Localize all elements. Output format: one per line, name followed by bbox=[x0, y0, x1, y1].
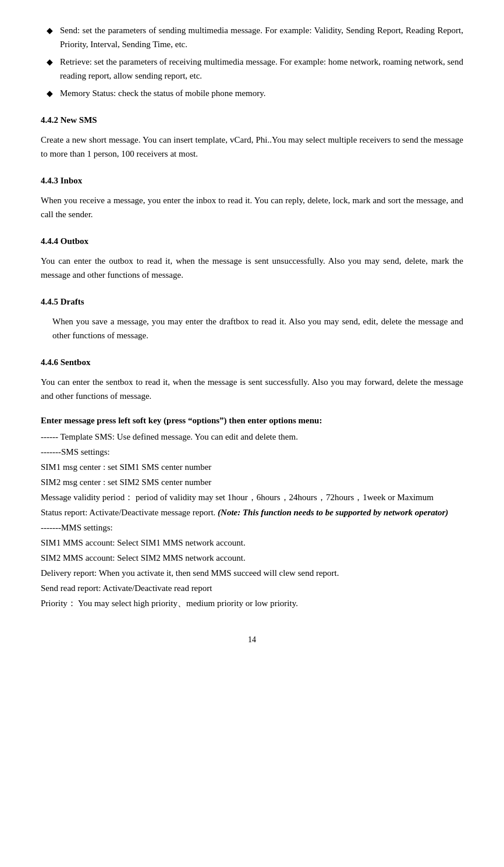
section-444-body: You can enter the outbox to read it, whe… bbox=[41, 254, 463, 282]
section-446-body: You can enter the sentbox to read it, wh… bbox=[41, 375, 463, 403]
options-line-5: Status report: Activate/Deactivate messa… bbox=[41, 505, 463, 519]
list-item: ◆ Memory Status: check the status of mob… bbox=[41, 86, 463, 100]
status-note-bold: (Note: This function needs to be support… bbox=[218, 508, 448, 517]
bullet-memory-text: Memory Status: check the status of mobil… bbox=[60, 86, 463, 100]
section-446: 4.4.6 Sentbox You can enter the sentbox … bbox=[41, 355, 463, 403]
section-442-body: Create a new short message. You can inse… bbox=[41, 133, 463, 161]
section-443-heading: 4.4.3 Inbox bbox=[41, 174, 463, 187]
bullet-retrieve-text: Retrieve: set the parameters of receivin… bbox=[60, 55, 463, 83]
options-line-3: SIM2 msg center : set SIM2 SMS center nu… bbox=[41, 475, 463, 489]
bullet-list: ◆ Send: set the parameters of sending mu… bbox=[41, 23, 463, 100]
list-item: ◆ Send: set the parameters of sending mu… bbox=[41, 23, 463, 51]
page-number: 14 bbox=[41, 634, 463, 646]
section-444-heading: 4.4.4 Outbox bbox=[41, 234, 463, 248]
section-443: 4.4.3 Inbox When you receive a message, … bbox=[41, 174, 463, 221]
diamond-icon: ◆ bbox=[47, 56, 53, 69]
section-445-body: When you save a message, you may enter t… bbox=[41, 314, 463, 342]
options-heading: Enter message press left soft key (press… bbox=[41, 413, 463, 427]
section-442-heading: 4.4.2 New SMS bbox=[41, 113, 463, 127]
options-line-10: Send read report: Activate/Deactivate re… bbox=[41, 581, 463, 595]
options-section: Enter message press left soft key (press… bbox=[41, 413, 463, 610]
options-line-0: ------ Template SMS: Use defined message… bbox=[41, 430, 463, 444]
bullet-send-text: Send: set the parameters of sending mult… bbox=[60, 23, 463, 51]
options-line-9: Delivery report: When you activate it, t… bbox=[41, 566, 463, 580]
list-item: ◆ Retrieve: set the parameters of receiv… bbox=[41, 55, 463, 83]
section-445-heading: 4.4.5 Drafts bbox=[41, 295, 463, 309]
section-444: 4.4.4 Outbox You can enter the outbox to… bbox=[41, 234, 463, 282]
options-line-6: -------MMS settings: bbox=[41, 521, 463, 535]
section-446-heading: 4.4.6 Sentbox bbox=[41, 355, 463, 369]
options-line-1: -------SMS settings: bbox=[41, 445, 463, 459]
status-report-text: Status report: Activate/Deactivate messa… bbox=[41, 508, 215, 517]
options-line-7: SIM1 MMS account: Select SIM1 MMS networ… bbox=[41, 536, 463, 550]
options-line-2: SIM1 msg center : set SIM1 SMS center nu… bbox=[41, 460, 463, 474]
diamond-icon: ◆ bbox=[47, 87, 53, 100]
diamond-icon: ◆ bbox=[47, 24, 53, 37]
section-445: 4.4.5 Drafts When you save a message, yo… bbox=[41, 295, 463, 342]
options-line-11: Priority： You may select high priority、m… bbox=[41, 596, 463, 610]
section-443-body: When you receive a message, you enter th… bbox=[41, 193, 463, 221]
options-line-8: SIM2 MMS account: Select SIM2 MMS networ… bbox=[41, 551, 463, 565]
options-line-4: Message validity period： period of valid… bbox=[41, 490, 463, 504]
section-442: 4.4.2 New SMS Create a new short message… bbox=[41, 113, 463, 161]
